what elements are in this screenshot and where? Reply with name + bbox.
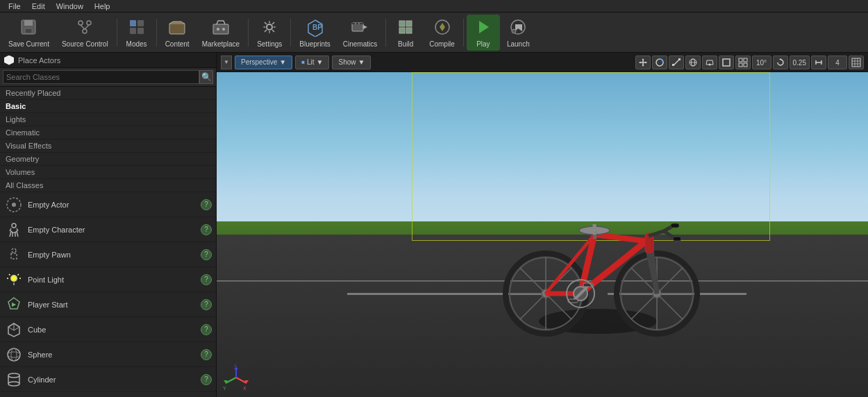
svg-point-5 [83,29,87,33]
lit-label: Lit [307,58,315,66]
snap-grid-icon[interactable] [849,56,864,69]
actor-empty-pawn[interactable]: Empty Pawn ? [0,242,216,267]
category-visual-effects[interactable]: Visual Effects [0,140,216,153]
actor-list: Empty Actor ? Empty Character ? Empty Pa… [0,192,216,397]
compile-button[interactable]: Compile [424,15,460,51]
actor-cone[interactable]: Cone ? [0,392,216,397]
category-recently-placed[interactable]: Recently Placed [0,87,216,100]
svg-line-49 [14,327,19,330]
modes-button[interactable]: Modes [120,15,153,51]
actor-empty-actor[interactable]: Empty Actor ? [0,192,216,217]
actor-cylinder[interactable]: Cylinder ? [0,367,216,392]
svg-rect-76 [678,58,681,60]
split-view-button[interactable] [735,56,751,69]
launch-button[interactable]: Launch [501,15,535,51]
player-start-info[interactable]: ? [201,299,212,310]
snap-rotation-value[interactable]: 10° [752,56,771,69]
actor-point-light[interactable]: Point Light ? [0,267,216,292]
svg-marker-71 [639,62,641,64]
empty-character-info[interactable]: ? [201,224,212,235]
category-all-classes[interactable]: All Classes [0,179,216,192]
toolbar-separator-4 [290,19,291,47]
svg-point-14 [217,28,219,31]
svg-point-38 [12,276,16,280]
cinematics-label: Cinematics [343,40,377,48]
snap-distance-value[interactable]: 0.25 [790,56,810,69]
blueprints-icon: BP [306,17,325,39]
category-geometry[interactable]: Geometry [0,153,216,166]
viewport-menu-dropdown[interactable]: ▼ [221,56,232,69]
snap-grid-value[interactable]: 4 [828,56,847,69]
svg-rect-84 [744,58,747,62]
actor-cube[interactable]: Cube ? [0,317,216,342]
lit-button[interactable]: ■ Lit ▼ [295,56,329,69]
point-light-info[interactable]: ? [201,274,212,285]
svg-rect-2 [25,28,32,33]
settings-button[interactable]: Settings [251,15,287,51]
menu-edit[interactable]: Edit [26,0,51,12]
cinematics-button[interactable]: Cinematics [337,15,383,51]
blueprints-label: Blueprints [299,40,330,48]
blueprints-button[interactable]: BP Blueprints [294,15,335,51]
save-current-button[interactable]: Save Current [3,15,55,51]
main-toolbar: Save Current Source Control Modes Conten… [0,12,868,53]
menu-window[interactable]: Window [51,0,89,12]
svg-marker-145 [234,367,238,369]
svg-point-15 [222,28,225,31]
category-volumes[interactable]: Volumes [0,166,216,179]
svg-rect-25 [406,21,412,26]
empty-pawn-info[interactable]: ? [201,249,212,260]
svg-point-34 [12,203,16,207]
svg-rect-130 [671,223,679,228]
scale-tool-button[interactable] [669,56,684,69]
snap-rotation-icon[interactable] [773,56,788,69]
viewport[interactable]: ▼ Perspective ▼ ■ Lit ▼ Show ▼ [217,53,868,397]
category-cinematic[interactable]: Cinematic [0,126,216,140]
snap-distance-icon[interactable] [811,56,826,69]
source-control-button[interactable]: Source Control [56,15,114,51]
actor-empty-character[interactable]: Empty Character ? [0,217,216,242]
menu-file[interactable]: File [3,0,26,12]
translate-tool-button[interactable] [635,56,651,69]
empty-character-label: Empty Character [28,226,201,234]
cylinder-info[interactable]: ? [201,374,212,385]
cylinder-icon [4,370,24,389]
player-start-icon: ▶ [4,295,24,314]
search-button[interactable]: 🔍 [199,70,213,84]
category-lights[interactable]: Lights [0,113,216,126]
empty-pawn-label: Empty Pawn [28,251,201,259]
perspective-button[interactable]: Perspective ▼ [235,56,292,69]
camera-speed-button[interactable] [702,56,717,69]
source-control-icon [75,17,94,39]
actor-sphere[interactable]: Sphere ? [0,342,216,367]
build-button[interactable]: Build [389,15,422,51]
sphere-info[interactable]: ? [201,349,212,360]
actor-player-start[interactable]: ▶ Player Start ? [0,292,216,317]
svg-marker-20 [363,25,367,29]
lit-chevron: ▼ [317,58,324,66]
category-basic[interactable]: Basic [0,100,216,113]
empty-actor-info[interactable]: ? [201,199,212,210]
svg-point-3 [78,21,83,25]
svg-rect-12 [169,23,185,34]
empty-actor-icon [4,195,24,214]
svg-point-32 [512,29,516,33]
player-start-label: Player Start [28,301,201,309]
save-current-icon [19,17,38,39]
cube-info[interactable]: ? [201,324,212,335]
marketplace-button[interactable]: Marketplace [197,15,245,51]
build-icon [396,17,415,39]
search-input[interactable] [3,70,199,84]
svg-text:▶: ▶ [12,301,17,307]
menu-help[interactable]: Help [89,0,116,12]
content-button[interactable]: Content [160,15,195,51]
menu-bar: File Edit Window Help [0,0,868,12]
rotate-tool-button[interactable] [652,56,667,69]
svg-marker-72 [645,62,647,64]
svg-line-104 [520,268,546,294]
svg-rect-10 [130,28,136,34]
maximize-button[interactable] [719,56,734,69]
world-local-button[interactable] [685,56,701,69]
play-button[interactable]: Play [467,15,500,51]
show-button[interactable]: Show ▼ [332,56,371,69]
